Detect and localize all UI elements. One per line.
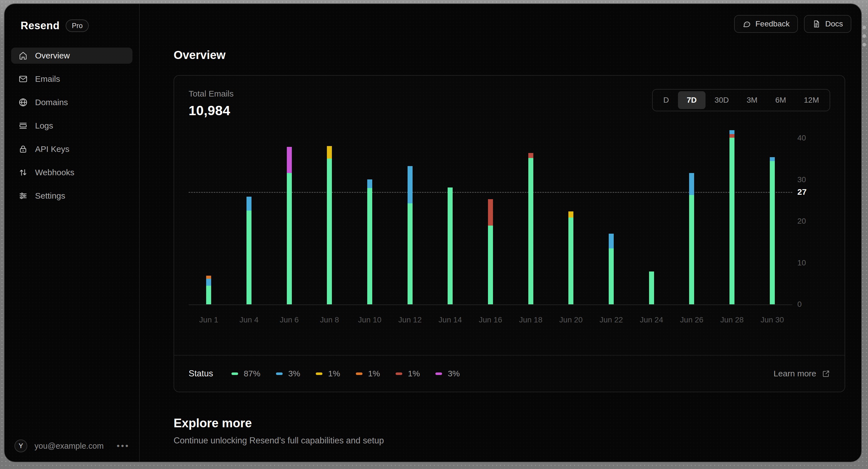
mail-icon (18, 74, 28, 84)
learn-more-link[interactable]: Learn more (774, 369, 830, 378)
brand-logo: Resend (21, 20, 60, 32)
bar-segment-blue (770, 157, 775, 161)
bar-segment-green (609, 248, 614, 305)
bar-segment-red (528, 153, 533, 158)
x-axis-tick-label: Jun 16 (470, 312, 511, 328)
globe-icon (18, 98, 28, 107)
bar-segment-blue (408, 166, 412, 204)
bar-segment-blue (247, 197, 251, 210)
bar-jun-1[interactable] (189, 128, 229, 305)
x-axis-labels: Jun 1Jun 4Jun 6Jun 8Jun 10Jun 12Jun 14Ju… (189, 312, 792, 328)
bar-jun-12[interactable] (390, 128, 430, 305)
legend-swatch-green (231, 373, 238, 375)
sidebar-item-label: Overview (35, 51, 70, 60)
bar-segment-green (206, 286, 211, 305)
bar-jun-20[interactable] (551, 128, 591, 305)
bar-segment-purple (287, 147, 292, 173)
x-axis-tick-label: Jun 4 (229, 312, 269, 328)
legend-entry: 1% (396, 369, 420, 378)
legend-entry: 3% (276, 369, 300, 378)
sidebar-item-api-keys[interactable]: API Keys (11, 141, 132, 157)
bar-segment-green (649, 272, 654, 305)
sliders-icon (18, 191, 28, 200)
chart-plot (189, 128, 792, 305)
x-axis-tick-label: Jun 1 (189, 312, 229, 328)
status-legend: Status 87% 3% 1% 1% 1% 3% (189, 369, 460, 379)
bar-segment-yellow (568, 211, 574, 218)
feedback-button[interactable]: Feedback (734, 15, 798, 33)
legend-entry: 1% (316, 369, 340, 378)
bar-jun-6[interactable] (269, 128, 309, 305)
rows-icon (18, 121, 28, 130)
total-emails-card: Total Emails 10,984 D 7D 30D 3M 6M 12M J… (174, 75, 845, 392)
stacked-bar-chart: Jun 1Jun 4Jun 6Jun 8Jun 10Jun 12Jun 14Ju… (174, 76, 845, 392)
x-axis-tick-label: Jun 30 (752, 312, 792, 328)
sidebar-item-logs[interactable]: Logs (11, 118, 132, 134)
range-button-6m[interactable]: 6M (767, 91, 795, 109)
learn-more-label: Learn more (774, 369, 816, 378)
bar-segment-red (730, 134, 735, 138)
range-button-7d[interactable]: 7D (678, 91, 706, 109)
bar-jun-18[interactable] (510, 128, 551, 305)
bar-jun-28[interactable] (712, 128, 752, 305)
bar-segment-green (488, 226, 493, 305)
sidebar-nav: Overview Emails Domains Logs (11, 48, 132, 204)
bar-segment-green (730, 138, 735, 305)
arrows-up-down-icon (18, 168, 28, 177)
legend-swatch-blue (276, 373, 283, 375)
user-menu[interactable]: Y you@example.com ••• (14, 439, 130, 452)
x-axis-tick-label: Jun 28 (712, 312, 752, 328)
x-axis-tick-label: Jun 26 (672, 312, 712, 328)
legend-entry: 1% (356, 369, 380, 378)
average-dashed-line (189, 192, 792, 193)
bar-jun-26[interactable] (672, 128, 712, 305)
bar-segment-green (247, 211, 251, 305)
ellipsis-menu-icon[interactable]: ••• (117, 441, 130, 451)
sidebar-item-webhooks[interactable]: Webhooks (11, 164, 132, 181)
range-button-12m[interactable]: 12M (795, 91, 828, 109)
sidebar-item-settings[interactable]: Settings (11, 188, 132, 204)
feedback-bubble-icon (743, 20, 751, 28)
avatar: Y (14, 439, 27, 452)
docs-button[interactable]: Docs (804, 15, 851, 33)
bar-segment-yellow (327, 146, 332, 159)
bar-segment-blue (689, 173, 694, 195)
sidebar-item-emails[interactable]: Emails (11, 71, 132, 87)
bar-segment-blue (730, 130, 735, 134)
bar-jun-16[interactable] (470, 128, 511, 305)
bar-segment-green (689, 195, 694, 305)
sidebar-item-domains[interactable]: Domains (11, 94, 132, 111)
bar-jun-22[interactable] (591, 128, 631, 305)
legend-swatch-red (396, 373, 402, 375)
range-button-3m[interactable]: 3M (738, 91, 767, 109)
explore-more-title: Explore more (174, 416, 861, 430)
bar-segment-green (287, 173, 292, 305)
sidebar-item-overview[interactable]: Overview (11, 48, 132, 64)
bar-jun-14[interactable] (430, 128, 470, 305)
metric-label: Total Emails (189, 89, 234, 98)
bar-jun-30[interactable] (752, 128, 792, 305)
bar-jun-24[interactable] (631, 128, 672, 305)
sidebar-item-label: Webhooks (35, 168, 74, 177)
bar-segment-green (568, 218, 574, 305)
explore-more-subtitle: Continue unlocking Resend’s full capabil… (174, 436, 861, 446)
bar-jun-4[interactable] (229, 128, 269, 305)
bar-segment-green (408, 204, 412, 305)
bar-segment-blue (206, 279, 211, 286)
x-axis-tick-label: Jun 22 (591, 312, 631, 328)
sidebar-item-label: Logs (35, 121, 53, 130)
y-axis-tick: 10 (797, 255, 834, 271)
bar-segment-green (770, 161, 775, 305)
bar-jun-8[interactable] (309, 128, 350, 305)
feedback-label: Feedback (755, 20, 789, 28)
metric-value: 10,984 (189, 103, 234, 118)
legend-swatch-orange (356, 373, 363, 375)
external-link-icon (822, 369, 830, 378)
document-icon (812, 20, 821, 28)
bar-segment-blue (609, 234, 614, 248)
user-email: you@example.com (34, 441, 104, 451)
bar-jun-10[interactable] (350, 128, 390, 305)
range-button-d[interactable]: D (654, 91, 678, 109)
frame-dots-decoration (862, 26, 867, 46)
range-button-30d[interactable]: 30D (706, 91, 738, 109)
